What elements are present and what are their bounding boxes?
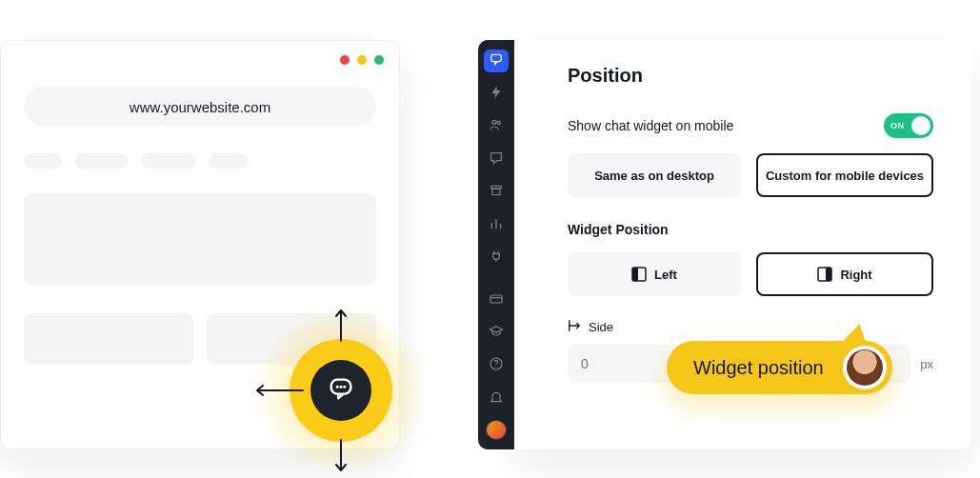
svg-point-5	[492, 121, 496, 125]
window-minimize-dot[interactable]	[357, 55, 367, 65]
arrow-down-icon	[333, 438, 349, 472]
arrow-up-icon	[333, 309, 349, 343]
option-label: Same as on desktop	[594, 169, 714, 183]
card-icon	[489, 291, 504, 310]
layout-option-custom[interactable]: Custom for mobile devices	[756, 153, 933, 197]
sidebar-item-analytics[interactable]	[484, 213, 509, 236]
show-mobile-toggle[interactable]: ON	[884, 113, 933, 138]
users-icon	[489, 117, 504, 136]
url-bar[interactable]: www.yourwebsite.com	[24, 87, 376, 127]
bar-chart-icon	[489, 216, 504, 235]
toggle-on-label: ON	[890, 121, 904, 130]
chat-bubble-button[interactable]	[310, 360, 371, 421]
option-label: Custom for mobile devices	[766, 169, 924, 183]
skeleton	[75, 153, 129, 169]
widget-position-label: Widget Position	[568, 222, 933, 237]
svg-rect-4	[491, 55, 502, 62]
side-label-text: Side	[589, 320, 613, 334]
layout-option-desktop[interactable]: Same as on desktop	[568, 153, 741, 197]
chat-icon	[327, 374, 355, 407]
sidebar-item-chat[interactable]	[484, 50, 509, 72]
chat-icon	[489, 51, 504, 70]
window-maximize-dot[interactable]	[374, 55, 384, 65]
help-icon	[489, 356, 504, 375]
svg-rect-9	[490, 295, 502, 303]
sidebar-item-academy[interactable]	[484, 322, 509, 345]
bolt-icon	[489, 85, 504, 104]
layout-mode-segment: Same as on desktop Custom for mobile dev…	[568, 153, 933, 197]
skeleton	[209, 153, 249, 169]
sidebar-item-bolt[interactable]	[484, 82, 509, 105]
show-mobile-row: Show chat widget on mobile ON	[568, 113, 933, 138]
graduation-icon	[489, 324, 504, 343]
bell-icon	[489, 389, 504, 408]
align-left-icon	[631, 267, 647, 282]
window-titlebar	[1, 41, 399, 79]
svg-point-3	[343, 386, 346, 388]
skeleton-nav	[1, 146, 399, 176]
skeleton	[24, 153, 62, 169]
svg-rect-8	[492, 189, 500, 195]
plug-icon	[489, 249, 504, 268]
toggle-knob	[911, 116, 930, 135]
svg-point-6	[497, 122, 500, 125]
offset-icon	[568, 319, 581, 335]
tooltip-avatar	[843, 346, 887, 389]
sidebar-item-integrations[interactable]	[484, 247, 509, 269]
panel-title: Position	[568, 65, 933, 87]
skeleton	[142, 153, 195, 169]
position-option-right[interactable]: Right	[756, 252, 933, 296]
sidebar-item-conversations[interactable]	[484, 148, 509, 170]
option-label: Left	[654, 268, 677, 282]
position-segment: Left Right	[568, 252, 933, 296]
sidebar-item-users[interactable]	[484, 115, 509, 138]
skeleton-hero	[24, 193, 376, 285]
svg-point-2	[340, 386, 343, 388]
sidebar-item-notifications[interactable]	[484, 388, 509, 410]
arrow-left-icon	[255, 383, 305, 398]
app-sidebar	[478, 40, 514, 449]
show-mobile-label: Show chat widget on mobile	[568, 118, 733, 133]
window-close-dot[interactable]	[340, 55, 350, 65]
tooltip-arrow	[839, 324, 872, 345]
svg-rect-13	[632, 268, 638, 281]
url-text: www.yourwebsite.com	[130, 99, 270, 115]
sidebar-item-archive[interactable]	[484, 181, 509, 204]
chat-widget-preview	[255, 305, 427, 476]
svg-point-11	[495, 367, 496, 368]
option-label: Right	[840, 268, 871, 282]
avatar-face	[847, 349, 883, 386]
skeleton	[24, 313, 193, 365]
svg-rect-15	[826, 268, 831, 281]
unit-label: px	[920, 357, 933, 371]
position-option-left[interactable]: Left	[568, 252, 741, 296]
user-avatar[interactable]	[486, 420, 507, 440]
tooltip-text: Widget position	[693, 357, 824, 379]
widget-position-tooltip: Widget position	[667, 341, 892, 394]
align-right-icon	[817, 267, 832, 282]
side-offset-label: Side	[568, 319, 933, 335]
svg-point-1	[336, 386, 339, 388]
archive-icon	[489, 183, 504, 202]
sidebar-item-help[interactable]	[484, 354, 509, 377]
message-icon	[489, 150, 504, 169]
sidebar-item-billing[interactable]	[484, 289, 509, 311]
